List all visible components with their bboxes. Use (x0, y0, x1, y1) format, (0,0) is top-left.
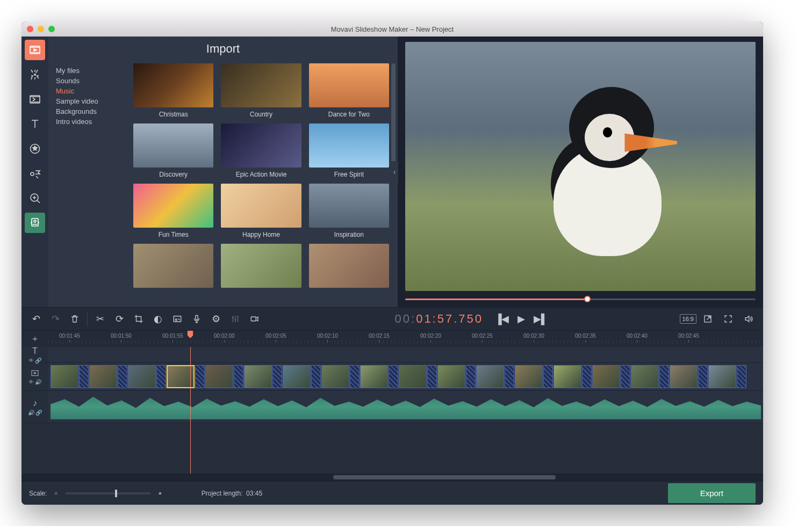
video-clip[interactable] (360, 365, 388, 388)
detach-preview-button[interactable] (699, 310, 717, 328)
video-clip[interactable] (89, 365, 117, 388)
more-tools-button[interactable] (25, 213, 45, 233)
transition-clip[interactable] (505, 365, 514, 388)
transition-clip[interactable] (659, 365, 669, 388)
video-clip[interactable] (476, 365, 504, 388)
video-clip[interactable] (283, 365, 311, 388)
redo-button[interactable]: ↷ (46, 310, 64, 328)
title-track[interactable] (48, 347, 763, 362)
category-item[interactable]: Music (56, 86, 129, 96)
media-item[interactable]: Epic Action Movie (221, 123, 301, 178)
video-clip[interactable] (244, 365, 272, 388)
transition-clip[interactable] (466, 365, 476, 388)
media-item[interactable]: Dance for Two (309, 63, 389, 118)
media-item[interactable] (309, 244, 389, 288)
media-item[interactable]: Country (221, 63, 301, 118)
next-button[interactable]: ▶▌ (533, 310, 549, 328)
delete-button[interactable] (66, 310, 84, 328)
category-item[interactable]: Sample video (56, 96, 129, 106)
transition-clip[interactable] (737, 365, 746, 388)
media-item[interactable] (221, 244, 301, 288)
media-item[interactable]: Discovery (133, 123, 213, 178)
video-clip[interactable] (399, 365, 427, 388)
transition-clip[interactable] (195, 365, 205, 388)
equalizer-button[interactable] (226, 310, 245, 328)
play-button[interactable]: ▶ (513, 310, 529, 328)
category-item[interactable]: Backgrounds (56, 106, 129, 117)
seek-bar[interactable] (405, 294, 756, 304)
transition-clip[interactable] (389, 365, 398, 388)
audio-track-head[interactable]: ♪🔊 🔗 (21, 391, 48, 423)
crop-button[interactable] (130, 310, 148, 328)
voiceover-button[interactable] (188, 310, 206, 328)
export-button[interactable]: Export (668, 483, 756, 503)
preview-video[interactable] (405, 42, 756, 291)
transition-clip[interactable] (234, 365, 243, 388)
category-item[interactable]: My files (56, 66, 129, 76)
media-item[interactable]: Inspiration (309, 184, 389, 238)
time-ruler[interactable]: 00:01:4500:01:5000:01:5500:02:0000:02:05… (48, 331, 763, 347)
stickers-tab-button[interactable] (25, 139, 45, 159)
prev-button[interactable]: ▐◀ (494, 310, 510, 328)
video-clip[interactable] (670, 365, 698, 388)
video-clip[interactable] (631, 365, 659, 388)
filters-tab-button[interactable] (25, 64, 45, 85)
panel-scrollbar[interactable] (391, 63, 396, 302)
video-track-head[interactable]: 👁 🔊 (21, 363, 48, 390)
category-item[interactable]: Sounds (56, 76, 129, 86)
video-track[interactable] (48, 363, 763, 390)
transition-clip[interactable] (311, 365, 321, 388)
transition-clip[interactable] (272, 365, 282, 388)
add-track-button[interactable]: ＋ (21, 331, 48, 347)
video-clip[interactable] (51, 365, 78, 388)
video-clip[interactable] (592, 365, 620, 388)
transition-clip[interactable] (156, 365, 166, 388)
transition-clip[interactable] (698, 365, 708, 388)
zoom-tab-button[interactable] (25, 188, 45, 208)
video-clip[interactable] (128, 365, 156, 388)
aspect-ratio-button[interactable]: 16:9 (680, 314, 696, 324)
transitions-tab-button[interactable] (25, 89, 45, 110)
video-clip[interactable] (205, 365, 233, 388)
video-clip[interactable] (321, 365, 349, 388)
fullscreen-button[interactable] (719, 310, 737, 328)
video-clip[interactable] (437, 365, 465, 388)
volume-button[interactable] (739, 310, 758, 328)
video-clip[interactable] (708, 365, 736, 388)
category-item[interactable]: Intro videos (56, 117, 129, 127)
transition-clip[interactable] (118, 365, 127, 388)
titles-tab-button[interactable] (25, 114, 45, 134)
edit-toolbar: ↶ ↷ ✂ ⟳ ◐ ⚙ 00:01:57.750 ▐◀ ▶ ▶▌ 16:9 (21, 307, 763, 331)
transition-clip[interactable] (621, 365, 630, 388)
collapse-panel-button[interactable]: ‹ (391, 161, 398, 183)
scale-zoom-out-icon[interactable]: ▫ (54, 489, 58, 498)
color-adjust-button[interactable]: ◐ (149, 310, 167, 328)
media-item[interactable] (133, 244, 213, 288)
playhead-icon[interactable] (188, 331, 193, 338)
transition-clip[interactable] (427, 365, 437, 388)
record-button[interactable] (246, 310, 264, 328)
timeline-scrollbar[interactable] (21, 474, 763, 481)
settings-button[interactable]: ⚙ (207, 310, 225, 328)
media-item[interactable]: Free Spirit (309, 123, 389, 178)
rotate-button[interactable]: ⟳ (110, 310, 128, 328)
video-clip[interactable] (167, 365, 195, 388)
video-clip[interactable] (554, 365, 581, 388)
scale-zoom-in-icon[interactable]: ▪ (159, 489, 162, 498)
transition-clip[interactable] (543, 365, 553, 388)
transition-clip[interactable] (350, 365, 360, 388)
transition-clip[interactable] (79, 365, 89, 388)
import-tab-button[interactable] (25, 40, 45, 60)
media-item[interactable]: Fun Times (133, 184, 213, 238)
media-item[interactable]: Christmas (133, 63, 213, 118)
title-track-head[interactable]: T👁 🔗 (21, 347, 48, 362)
cut-button[interactable]: ✂ (91, 310, 109, 328)
scale-slider[interactable] (65, 492, 151, 494)
undo-button[interactable]: ↶ (27, 310, 45, 328)
clip-properties-button[interactable] (168, 310, 186, 328)
video-clip[interactable] (515, 365, 543, 388)
audio-track[interactable] (48, 391, 763, 423)
media-item[interactable]: Happy Home (221, 184, 301, 238)
transition-clip[interactable] (582, 365, 592, 388)
callouts-tab-button[interactable] (25, 163, 45, 184)
